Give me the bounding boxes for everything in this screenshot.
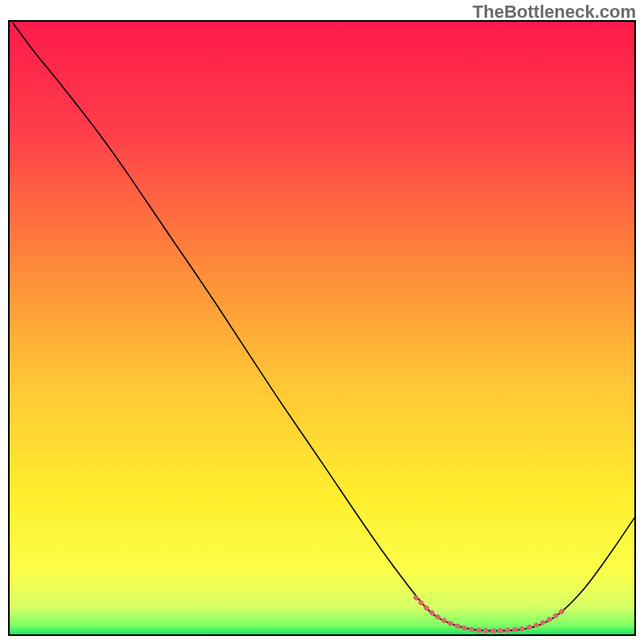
gradient-background (10, 22, 634, 634)
plot-area (8, 20, 636, 636)
chart-svg (10, 22, 634, 634)
chart-container: TheBottleneck.com (0, 0, 644, 644)
watermark-text: TheBottleneck.com (473, 2, 636, 23)
